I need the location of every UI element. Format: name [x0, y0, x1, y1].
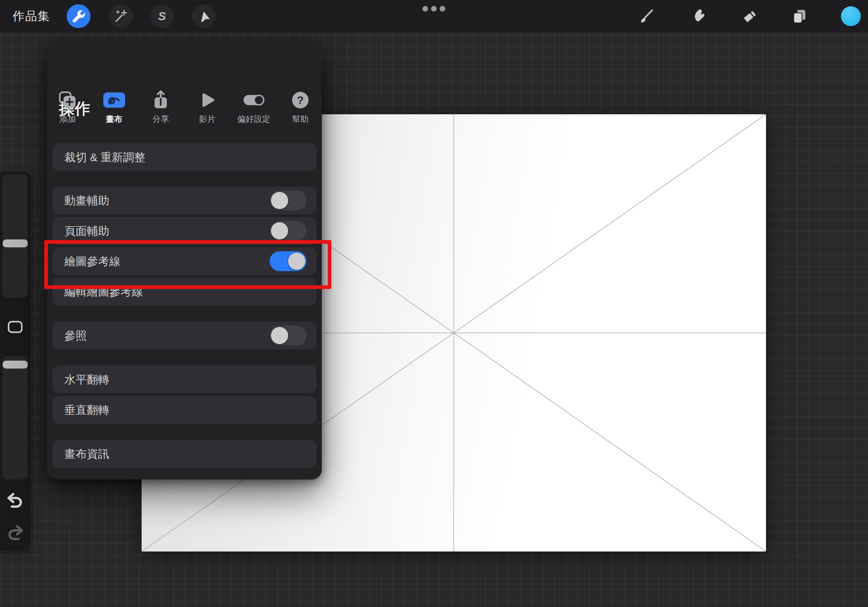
selection-s-icon: S — [155, 9, 169, 23]
animation-assist-toggle[interactable] — [270, 191, 307, 210]
eraser-tool-button[interactable] — [741, 8, 758, 25]
actions-popup: 操作 添加 畫布 — [47, 43, 322, 480]
menu-item-flip-vertical[interactable]: 垂直翻轉 — [53, 396, 316, 424]
opacity-slider-handle[interactable] — [3, 361, 28, 369]
redo-button[interactable] — [5, 525, 25, 542]
undo-button[interactable] — [5, 492, 25, 509]
popup-caret — [71, 37, 85, 43]
magic-wand-icon — [113, 9, 128, 23]
gallery-button[interactable]: 作品集 — [12, 0, 50, 33]
tab-canvas[interactable]: 畫布 — [91, 89, 137, 129]
tab-preferences[interactable]: 偏好設定 — [231, 89, 277, 129]
tab-video-label: 影片 — [184, 113, 230, 124]
help-icon: ? — [291, 91, 310, 109]
selection-button[interactable]: S — [150, 4, 174, 28]
eraser-icon — [741, 8, 758, 25]
menu-item-canvas-info[interactable]: 畫布資訊 — [53, 440, 316, 467]
move-arrow-icon — [196, 9, 211, 23]
share-icon — [151, 90, 170, 110]
tab-video[interactable]: 影片 — [184, 89, 230, 129]
more-options-button[interactable] — [422, 6, 445, 12]
tab-help-label: 幫助 — [277, 113, 324, 124]
brush-size-slider-handle[interactable] — [3, 239, 28, 247]
wrench-icon — [71, 9, 86, 23]
brush-icon — [638, 8, 655, 25]
opacity-slider[interactable] — [3, 356, 28, 480]
tab-preferences-label: 偏好設定 — [231, 113, 277, 124]
drawing-guide-toggle[interactable] — [270, 251, 307, 271]
layers-icon — [791, 8, 808, 25]
ellipsis-icon — [422, 6, 428, 12]
menu-item-drawing-guide[interactable]: 繪圖參考線 — [53, 247, 316, 275]
page-assist-toggle[interactable] — [270, 221, 307, 241]
reference-toggle[interactable] — [270, 326, 307, 345]
video-icon — [198, 91, 217, 109]
layers-button[interactable] — [791, 8, 808, 25]
redo-icon — [5, 525, 25, 542]
svg-text:S: S — [158, 9, 166, 22]
tab-add[interactable]: 添加 — [45, 89, 91, 129]
brush-tool-button[interactable] — [638, 8, 655, 25]
menu-item-animation-assist[interactable]: 動畫輔助 — [53, 186, 316, 214]
menu-item-edit-drawing-guide[interactable]: 編輯繪圖參考線 — [53, 278, 316, 306]
procreate-screen: 作品集 S — [0, 0, 868, 607]
modify-button[interactable] — [6, 318, 25, 336]
svg-text:?: ? — [297, 94, 304, 106]
actions-button[interactable] — [67, 4, 90, 28]
brush-size-slider[interactable] — [3, 174, 28, 298]
modify-square-icon — [6, 318, 25, 336]
smudge-tool-button[interactable] — [690, 8, 707, 25]
top-toolbar: 作品集 S — [0, 0, 868, 33]
menu-item-page-assist[interactable]: 頁面輔助 — [53, 217, 316, 245]
menu-item-crop-resize[interactable]: 裁切 & 重新調整 — [53, 143, 316, 171]
menu-item-reference[interactable]: 參照 — [53, 322, 316, 349]
add-icon — [58, 90, 77, 110]
smudge-finger-icon — [690, 8, 707, 25]
undo-icon — [5, 492, 25, 509]
tab-share-label: 分享 — [138, 113, 184, 124]
tab-help[interactable]: ? 幫助 — [277, 89, 324, 129]
menu-item-flip-horizontal[interactable]: 水平翻轉 — [53, 366, 316, 393]
tab-add-label: 添加 — [45, 113, 91, 124]
adjustments-button[interactable] — [109, 4, 133, 28]
transform-button[interactable] — [192, 4, 215, 28]
canvas-icon — [103, 93, 125, 108]
active-color-swatch[interactable] — [841, 6, 861, 26]
tab-canvas-label: 畫布 — [91, 113, 137, 124]
preferences-toggle-icon — [243, 90, 265, 110]
tab-share[interactable]: 分享 — [138, 89, 184, 129]
sidebar — [0, 172, 30, 550]
